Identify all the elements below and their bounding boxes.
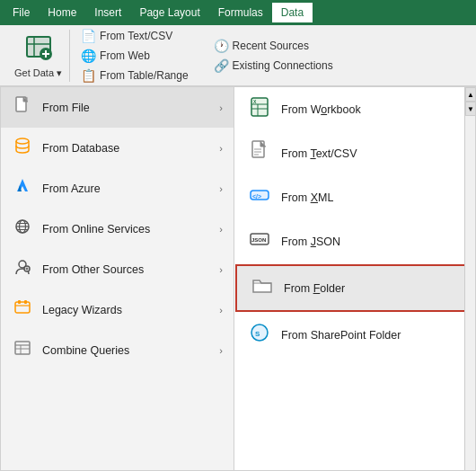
from-other-sources-label: From Other Sources <box>42 263 210 276</box>
scrollbar-down[interactable]: ▼ <box>465 102 476 116</box>
table-range-icon: 📋 <box>81 68 96 83</box>
menu-pagelayout[interactable]: Page Layout <box>130 3 208 22</box>
menu-home[interactable]: Home <box>39 3 85 22</box>
from-other-sources-item[interactable]: From Other Sources › <box>1 249 234 289</box>
from-database-item[interactable]: From Database › <box>1 128 234 168</box>
from-text-csv-right-item[interactable]: From Text/CSV <box>234 131 475 175</box>
from-web-button[interactable]: 🌐 From Web <box>77 47 192 65</box>
legacy-wizards-icon <box>12 298 33 321</box>
from-folder-icon <box>250 275 275 301</box>
from-online-services-arrow: › <box>219 224 223 235</box>
get-data-icon <box>24 32 53 67</box>
svg-text:</>: </> <box>252 193 261 200</box>
legacy-wizards-arrow: › <box>219 305 223 315</box>
scrollbar-track: ▲ ▼ <box>464 87 475 470</box>
legacy-wizards-item[interactable]: Legacy Wizards › <box>1 289 234 330</box>
from-online-services-icon <box>12 218 33 240</box>
from-other-sources-icon <box>12 258 33 280</box>
combine-queries-item[interactable]: Combine Queries › <box>1 330 234 370</box>
from-file-arrow: › <box>219 102 223 113</box>
get-data-button[interactable]: Get Data ▾ <box>7 30 70 82</box>
from-workbook-icon: X <box>247 96 272 122</box>
svg-rect-25 <box>15 342 30 354</box>
from-text-csv-right-label: From Text/CSV <box>281 147 357 160</box>
from-online-services-item[interactable]: From Online Services › <box>1 209 234 249</box>
from-json-icon: JSON <box>247 228 272 254</box>
from-other-sources-arrow: › <box>219 264 223 275</box>
from-sharepoint-folder-icon: S <box>247 322 272 348</box>
combine-queries-arrow: › <box>219 345 223 356</box>
svg-rect-21 <box>15 302 30 313</box>
existing-connections-icon: 🔗 <box>214 58 229 73</box>
menubar: File Home Insert Page Layout Formulas Da… <box>0 0 476 25</box>
svg-text:JSON: JSON <box>251 237 266 243</box>
from-table-range-button[interactable]: 📋 From Table/Range <box>77 67 192 84</box>
svg-text:S: S <box>255 330 260 338</box>
from-workbook-item[interactable]: X From Workbook <box>234 87 475 131</box>
from-file-icon <box>12 96 33 119</box>
from-xml-label: From XML <box>281 191 333 204</box>
menu-file[interactable]: File <box>4 3 39 22</box>
from-sharepoint-folder-item[interactable]: S From SharePoint Folder <box>234 313 475 357</box>
from-sharepoint-folder-label: From SharePoint Folder <box>281 329 401 342</box>
from-database-arrow: › <box>219 143 223 154</box>
recent-sources-label: Recent Sources <box>233 40 309 52</box>
existing-connections-button[interactable]: 🔗 Existing Connections <box>210 57 337 75</box>
from-file-label: From File <box>42 102 210 114</box>
get-data-label: Get Data ▾ <box>14 67 62 79</box>
combine-queries-label: Combine Queries <box>42 344 210 357</box>
svg-rect-8 <box>23 97 28 102</box>
from-online-services-label: From Online Services <box>42 223 210 236</box>
from-web-label: From Web <box>100 49 150 62</box>
right-panel: X From Workbook From Text/CSV <box>234 86 476 471</box>
svg-point-9 <box>16 138 29 144</box>
text-csv-icon: 📄 <box>81 29 96 43</box>
from-text-csv-label: From Text/CSV <box>100 30 172 42</box>
recent-sources-icon: 🕐 <box>214 39 229 53</box>
recent-sources-button[interactable]: 🕐 Recent Sources <box>210 37 337 55</box>
menu-data[interactable]: Data <box>272 3 313 22</box>
combine-queries-icon <box>12 339 33 361</box>
svg-rect-23 <box>18 300 21 304</box>
from-folder-label: From Folder <box>284 282 345 295</box>
menu-formulas[interactable]: Formulas <box>209 3 272 22</box>
from-json-item[interactable]: JSON From JSON <box>234 219 475 263</box>
menu-insert[interactable]: Insert <box>85 3 130 22</box>
svg-rect-24 <box>24 300 27 304</box>
from-folder-item[interactable]: From Folder <box>235 264 474 312</box>
ribbon: Get Data ▾ 📄 From Text/CSV 🌐 From Web 📋 … <box>0 25 476 86</box>
from-xml-icon: </> <box>247 184 272 210</box>
from-text-csv-button[interactable]: 📄 From Text/CSV <box>77 27 192 45</box>
from-azure-label: From Azure <box>42 182 210 195</box>
legacy-wizards-label: Legacy Wizards <box>42 304 210 316</box>
ribbon-right: 🕐 Recent Sources 🔗 Existing Connections <box>210 37 337 75</box>
from-azure-item[interactable]: From Azure › <box>1 168 234 209</box>
from-database-label: From Database <box>42 142 210 155</box>
from-file-item[interactable]: From File › <box>1 87 234 128</box>
from-workbook-label: From Workbook <box>281 103 361 116</box>
from-database-icon <box>12 137 33 159</box>
scrollbar-up[interactable]: ▲ <box>465 87 476 102</box>
dropdown-overlay: From File › From Database › From Az <box>0 86 476 471</box>
from-xml-item[interactable]: </> From XML <box>234 175 475 219</box>
web-icon: 🌐 <box>81 49 96 63</box>
ribbon-commands: 📄 From Text/CSV 🌐 From Web 📋 From Table/… <box>77 27 192 84</box>
from-table-range-label: From Table/Range <box>100 69 189 82</box>
from-text-csv-right-icon <box>247 140 272 166</box>
from-azure-arrow: › <box>219 183 223 194</box>
from-json-label: From JSON <box>281 236 340 248</box>
from-azure-icon <box>12 177 33 200</box>
left-panel: From File › From Database › From Az <box>0 86 234 471</box>
existing-connections-label: Existing Connections <box>233 59 333 72</box>
